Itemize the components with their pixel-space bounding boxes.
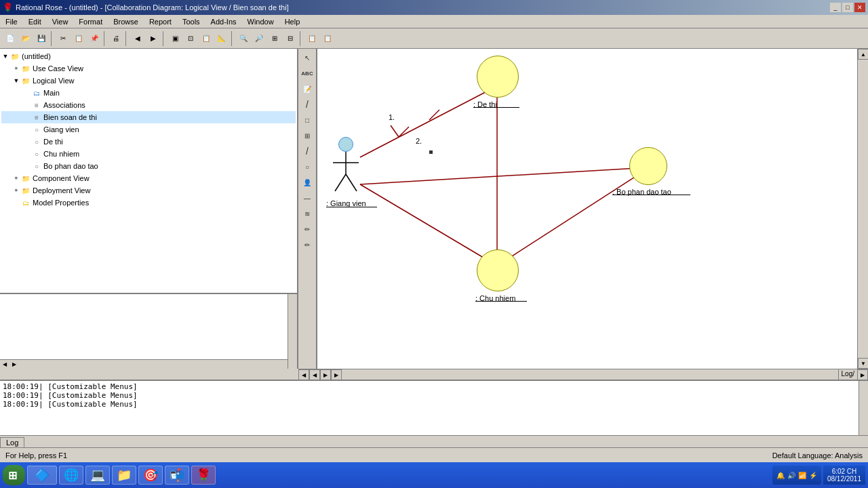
tree-root[interactable]: ▼ 📁 (untitled) [1,50,296,62]
tool-text[interactable]: ABC [300,66,315,81]
hscroll-btn2[interactable]: ◀ [309,369,320,380]
menu-format[interactable]: Format [73,16,108,27]
tree-cv-toggle[interactable]: + [12,174,20,182]
tree-dethi[interactable]: ○ De thi [1,136,296,148]
tb-zoom-in[interactable]: 🔎 [252,31,267,46]
tool-circle[interactable]: ○ [300,159,315,174]
tool-pen[interactable]: ✏ [300,222,315,237]
tree-giangvien[interactable]: ○ Giang vien [1,123,296,136]
hscroll-left[interactable]: ◀ [298,369,309,380]
tree-root-toggle[interactable]: ▼ [1,52,9,60]
tool-select[interactable]: ↖ [300,50,315,65]
maximize-button[interactable]: □ [842,3,853,12]
menu-view[interactable]: View [47,16,74,27]
window-controls[interactable]: _ □ ✕ [830,3,865,12]
hscroll-btn4[interactable]: ▶ [331,369,342,380]
menu-browse[interactable]: Browse [108,16,144,27]
tb-btn3[interactable]: 📋 [199,31,214,46]
taskbar-app-2[interactable]: 🌐 [59,466,83,485]
tb-paste[interactable]: 📌 [87,31,102,46]
notes-scrollbar[interactable] [288,294,297,369]
tree-modelprops[interactable]: 🗂 Model Properties [1,197,296,209]
tree-biensoandthi[interactable]: ≡ Bien soan de thi [1,111,296,123]
taskbar-app-rose[interactable]: 🌹 [191,466,216,485]
menu-window[interactable]: Window [242,16,279,27]
menu-file[interactable]: File [0,16,23,27]
notes-scroll-right[interactable]: ▶ [9,360,19,369]
object-dethi[interactable]: : De thi [477,56,519,98]
menu-help[interactable]: Help [279,16,306,27]
close-button[interactable]: ✕ [854,3,865,12]
tool-split[interactable]: ⊞ [300,128,315,143]
tool-line[interactable]: / [300,144,315,159]
tree-usecaseview-label: Use Case View [33,64,83,73]
scroll-down-btn[interactable]: ▼ [858,358,868,369]
tb-fit1[interactable]: ⊞ [267,31,282,46]
tb-forward[interactable]: ▶ [146,31,161,46]
tree-usecaseview-toggle[interactable]: + [12,64,20,73]
tb-sep1 [51,31,54,46]
tb-back[interactable]: ◀ [130,31,145,46]
tree-main[interactable]: 🗂 Main [1,87,296,99]
tb-save[interactable]: 💾 [34,31,49,46]
hscroll-right[interactable]: ▶ [857,369,868,380]
tree-chunhiem[interactable]: ○ Chu nhiem [1,148,296,160]
log-tab[interactable]: Log [0,437,24,447]
object-bophan[interactable]: : Bo phan dao tao [629,147,667,185]
taskbar-app-5[interactable]: 🎯 [138,466,163,485]
app5-icon: 🎯 [143,468,158,483]
taskbar-app-6[interactable]: 📬 [165,466,189,485]
tb-new[interactable]: 📄 [3,31,18,46]
menu-edit[interactable]: Edit [23,16,47,27]
tree-logicalview[interactable]: ▼ 📁 Logical View [1,75,296,87]
tb-open[interactable]: 📂 [18,31,33,46]
tree-root-label: (untitled) [22,52,51,60]
tb-btn1[interactable]: ▣ [167,31,182,46]
tb-extra1[interactable]: 📋 [304,31,319,46]
tool-note[interactable]: 📝 [300,81,315,96]
scroll-up-btn[interactable]: ▲ [858,49,868,60]
log-scrollbar[interactable] [859,381,868,435]
tb-zoom-out[interactable]: 🔍 [236,31,251,46]
minimize-button[interactable]: _ [830,3,841,12]
taskbar-app-looce[interactable]: 🔷 [27,466,57,485]
tree-associations[interactable]: ≡ Associations [1,99,296,111]
hscroll-btn3[interactable]: ▶ [320,369,331,380]
tool-horiz[interactable]: — [300,190,315,205]
object-chunhiem[interactable]: : Chu nhiem [477,249,519,291]
tool-pen2[interactable]: ✏ [300,237,315,252]
hscroll-track[interactable] [342,369,838,380]
tree-usecaseview[interactable]: + 📁 Use Case View [1,62,296,75]
taskbar-app-4[interactable]: 📁 [112,466,136,485]
taskbar-app-3[interactable]: 💻 [85,466,110,485]
tb-cut[interactable]: ✂ [56,31,71,46]
menu-tools[interactable]: Tools [177,16,205,27]
tool-box[interactable]: □ [300,113,315,127]
start-button[interactable]: ⊞ [3,465,25,485]
tool-anchor[interactable]: / [300,97,315,112]
notes-hscrollbar[interactable]: ◀ ▶ [0,359,288,369]
app4-icon: 📁 [117,468,132,483]
tb-btn2[interactable]: ⊡ [183,31,198,46]
tb-print[interactable]: 🖨 [108,31,123,46]
title-text: Rational Rose - (untitled) - [Collaborat… [16,3,289,12]
menu-report[interactable]: Report [144,16,177,27]
tree-deploymentview[interactable]: + 📁 Deployment View [1,184,296,197]
tree-dv-toggle[interactable]: + [12,186,20,195]
tree-bophan[interactable]: ○ Bo phan dao tao [1,160,296,172]
tool-multi[interactable]: ≋ [300,206,315,221]
tree-componentview[interactable]: + 📁 Component View [1,172,296,184]
notes-scroll-left[interactable]: ◀ [0,360,9,369]
arrow1-head2 [391,125,399,137]
scroll-track[interactable] [858,60,868,358]
tb-copy[interactable]: 📋 [71,31,86,46]
tool-actor[interactable]: 👤 [300,175,315,190]
tb-fit2[interactable]: ⊟ [283,31,298,46]
tb-extra2[interactable]: 📋 [320,31,335,46]
tb-btn4[interactable]: 📐 [214,31,229,46]
tree-logicalview-toggle[interactable]: ▼ [12,77,20,85]
diagram-area[interactable]: : De thi : Giang vien 1. 2. [317,49,857,369]
menu-addins[interactable]: Add-Ins [205,16,242,27]
right-scrollbar[interactable]: ▲ ▼ [857,49,868,369]
windows-logo: ⊞ [8,469,17,482]
